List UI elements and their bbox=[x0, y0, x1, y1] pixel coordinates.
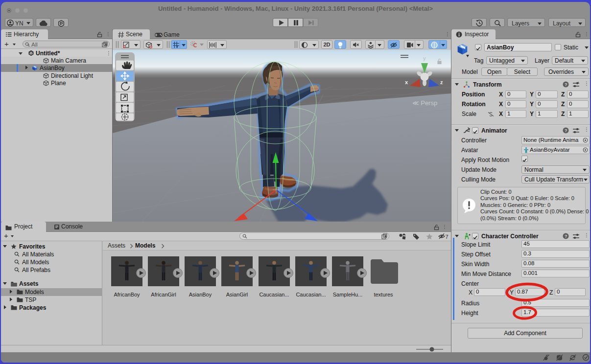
svg-text:AsianBoy: AsianBoy bbox=[189, 292, 212, 297]
svg-text:z: z bbox=[440, 79, 443, 85]
svg-text:AfricanGirl: AfricanGirl bbox=[151, 292, 176, 297]
svg-text:≪ Persp: ≪ Persp bbox=[412, 99, 437, 107]
svg-text:?: ? bbox=[565, 82, 567, 87]
svg-text:textures: textures bbox=[374, 292, 393, 297]
svg-text:x: x bbox=[405, 79, 408, 85]
svg-text:y: y bbox=[423, 55, 426, 61]
svg-text:Y: Y bbox=[176, 45, 179, 48]
svg-text:AfricanBoy: AfricanBoy bbox=[114, 292, 140, 297]
svg-text:?: ? bbox=[565, 128, 567, 133]
svg-text:7: 7 bbox=[446, 234, 449, 240]
svg-text:Caucasian...: Caucasian... bbox=[296, 292, 326, 297]
svg-text:AsianGirl: AsianGirl bbox=[226, 292, 248, 297]
svg-text:?: ? bbox=[565, 234, 567, 239]
svg-text:SampleHu...: SampleHu... bbox=[333, 292, 363, 297]
svg-text:Caucasian...: Caucasian... bbox=[259, 292, 289, 297]
